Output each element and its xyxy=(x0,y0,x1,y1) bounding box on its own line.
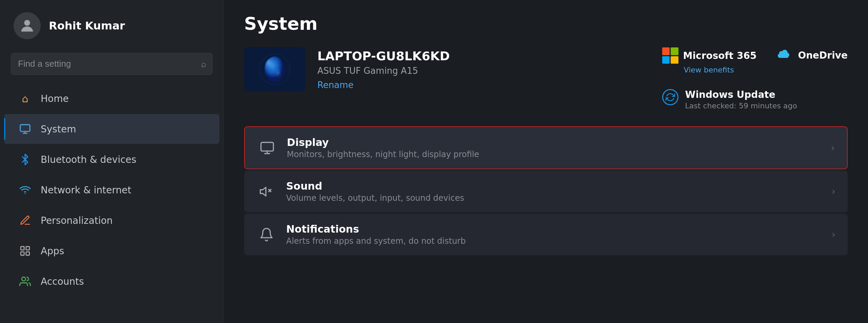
network-icon xyxy=(18,182,33,197)
sound-title: Sound xyxy=(286,180,832,192)
svg-rect-4 xyxy=(21,246,24,250)
right-side-info: Microsoft 365 View benefits xyxy=(662,47,848,110)
device-info: LAPTOP-GU8LK6KD ASUS TUF Gaming A15 Rena… xyxy=(317,49,450,90)
notifications-title: Notifications xyxy=(286,223,832,235)
personalization-icon xyxy=(18,213,33,228)
sidebar-item-personalization[interactable]: Personalization xyxy=(4,206,219,235)
ms365-q2 xyxy=(671,47,678,55)
search-icon: ⌕ xyxy=(201,59,206,69)
ms365-sub[interactable]: View benefits xyxy=(662,66,757,74)
settings-item-notifications[interactable]: Notifications Alerts from apps and syste… xyxy=(244,214,848,255)
sound-text: Sound Volume levels, output, input, soun… xyxy=(286,180,832,203)
sound-icon xyxy=(256,181,277,202)
sidebar-item-label-accounts: Accounts xyxy=(41,276,84,287)
svg-rect-1 xyxy=(20,125,30,131)
onedrive-block: OneDrive xyxy=(777,47,848,63)
sidebar-item-label-network: Network & internet xyxy=(41,185,131,196)
ms365-block: Microsoft 365 View benefits xyxy=(662,47,757,74)
system-icon xyxy=(18,122,33,136)
user-section: Rohit Kumar xyxy=(0,0,223,50)
svg-rect-5 xyxy=(26,246,29,250)
page-title: System xyxy=(244,14,848,34)
accounts-icon xyxy=(18,274,33,289)
settings-item-display[interactable]: Display Monitors, brightness, night ligh… xyxy=(244,126,848,169)
sidebar: Rohit Kumar ⌕ ⌂ Home System xyxy=(0,0,224,323)
avatar xyxy=(14,12,41,39)
settings-item-sound[interactable]: Sound Volume levels, output, input, soun… xyxy=(244,171,848,212)
sidebar-item-system[interactable]: System xyxy=(4,114,219,144)
sidebar-item-label-apps: Apps xyxy=(41,245,64,257)
sound-chevron: › xyxy=(832,186,835,197)
notifications-chevron: › xyxy=(832,229,835,240)
sidebar-item-label-home: Home xyxy=(41,93,69,104)
ms365-title: Microsoft 365 xyxy=(683,50,757,61)
sidebar-item-bluetooth[interactable]: Bluetooth & devices xyxy=(4,145,219,174)
sound-desc: Volume levels, output, input, sound devi… xyxy=(286,193,832,203)
display-text: Display Monitors, brightness, night ligh… xyxy=(287,136,831,159)
bluetooth-icon xyxy=(18,152,33,167)
onedrive-header: OneDrive xyxy=(777,47,848,63)
device-image xyxy=(248,49,302,90)
onedrive-title: OneDrive xyxy=(798,50,848,61)
notifications-desc: Alerts from apps and system, do not dist… xyxy=(286,236,832,246)
svg-rect-6 xyxy=(21,252,24,255)
ms365-q4 xyxy=(671,56,678,64)
device-rename-button[interactable]: Rename xyxy=(317,80,450,90)
update-info: Windows Update Last checked: 59 minutes … xyxy=(685,89,797,110)
display-chevron: › xyxy=(831,142,835,153)
ms365-icon xyxy=(662,47,678,64)
svg-point-13 xyxy=(273,67,283,79)
sidebar-item-home[interactable]: ⌂ Home xyxy=(4,84,219,113)
device-card: LAPTOP-GU8LK6KD ASUS TUF Gaming A15 Rena… xyxy=(244,47,450,91)
onedrive-icon xyxy=(777,47,793,63)
sidebar-item-label-bluetooth: Bluetooth & devices xyxy=(41,154,136,165)
main-content: System xyxy=(224,0,868,323)
device-thumbnail xyxy=(244,47,305,91)
display-icon xyxy=(257,138,277,158)
sidebar-item-label-system: System xyxy=(41,124,76,135)
sidebar-item-apps[interactable]: Apps xyxy=(4,236,219,266)
svg-point-0 xyxy=(24,20,30,26)
windows-update-sub: Last checked: 59 minutes ago xyxy=(685,102,797,110)
display-desc: Monitors, brightness, night light, displ… xyxy=(287,150,831,159)
ms365-q1 xyxy=(662,47,670,55)
sidebar-item-network[interactable]: Network & internet xyxy=(4,175,219,205)
nav-list: ⌂ Home System Bluetooth & devices xyxy=(0,83,223,323)
ms365-header: Microsoft 365 xyxy=(662,47,757,64)
windows-update-icon xyxy=(662,89,678,105)
svg-rect-14 xyxy=(261,142,274,151)
apps-icon xyxy=(18,243,33,258)
device-info-row: LAPTOP-GU8LK6KD ASUS TUF Gaming A15 Rena… xyxy=(244,47,848,110)
svg-marker-17 xyxy=(260,187,266,196)
device-model: ASUS TUF Gaming A15 xyxy=(317,66,450,76)
home-icon: ⌂ xyxy=(18,91,33,106)
top-cards: Microsoft 365 View benefits xyxy=(662,47,848,74)
svg-rect-7 xyxy=(26,252,29,255)
notifications-icon xyxy=(256,224,277,245)
sidebar-item-label-personalization: Personalization xyxy=(41,215,113,226)
ms365-q3 xyxy=(662,56,670,64)
user-avatar-icon xyxy=(18,17,36,35)
settings-list: Display Monitors, brightness, night ligh… xyxy=(244,126,848,255)
search-box[interactable]: ⌕ xyxy=(11,53,213,75)
svg-point-8 xyxy=(22,277,25,281)
search-input[interactable] xyxy=(11,53,213,75)
device-name: LAPTOP-GU8LK6KD xyxy=(317,49,450,63)
sidebar-item-accounts[interactable]: Accounts xyxy=(4,266,219,296)
windows-update-title: Windows Update xyxy=(685,89,797,100)
user-name: Rohit Kumar xyxy=(49,19,125,32)
notifications-text: Notifications Alerts from apps and syste… xyxy=(286,223,832,246)
windows-update-card: Windows Update Last checked: 59 minutes … xyxy=(662,89,848,110)
display-title: Display xyxy=(287,136,831,148)
